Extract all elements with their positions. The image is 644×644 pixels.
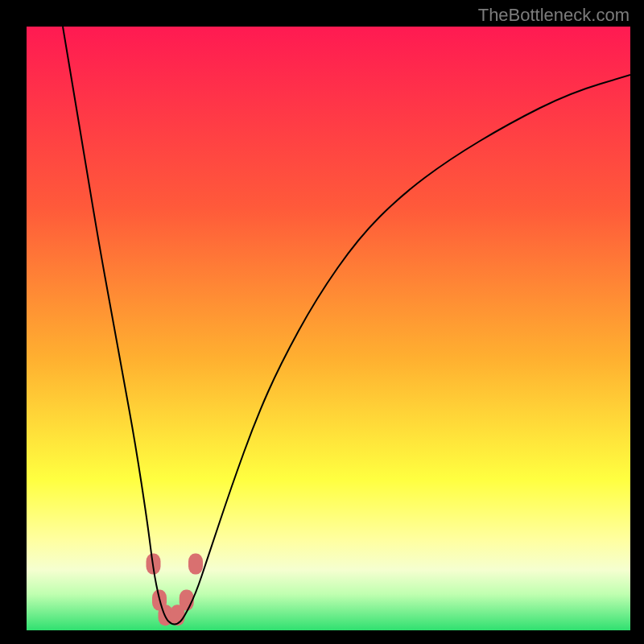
marker-group xyxy=(147,554,204,626)
watermark-text: TheBottleneck.com xyxy=(478,5,630,26)
plot-area xyxy=(27,27,630,630)
marker-point xyxy=(188,554,203,575)
curve-layer xyxy=(27,27,630,630)
bottleneck-curve xyxy=(63,27,630,625)
